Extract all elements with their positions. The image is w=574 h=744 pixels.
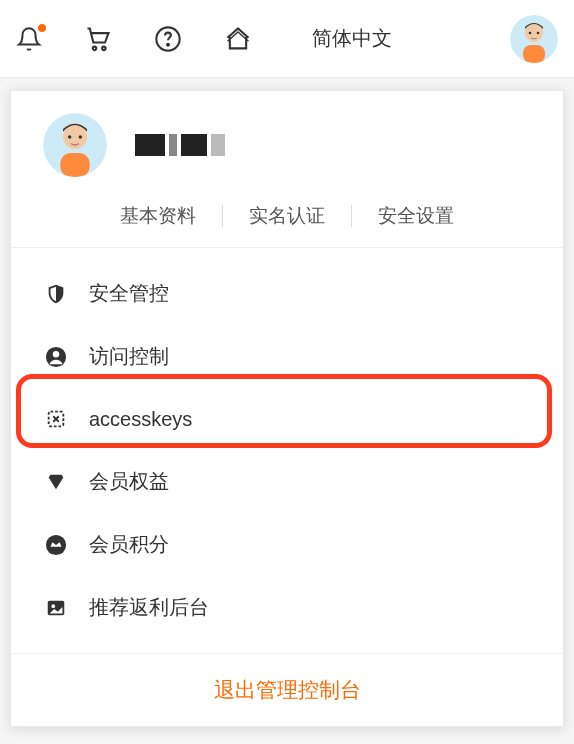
menu-item-member-benefits[interactable]: 会员权益 xyxy=(11,450,563,513)
user-avatar[interactable] xyxy=(510,15,558,63)
cart-icon[interactable] xyxy=(84,25,112,53)
svg-rect-6 xyxy=(523,45,545,63)
notification-bell-icon[interactable] xyxy=(16,26,42,52)
topbar: 简体中文 xyxy=(0,0,574,78)
menu-list: 安全管控 访问控制 accesskeys 会员权益 会员积分 xyxy=(11,247,563,653)
user-info-row xyxy=(43,113,531,177)
menu-label: 会员积分 xyxy=(89,531,169,558)
shield-icon xyxy=(43,281,69,307)
svg-point-19 xyxy=(51,604,55,608)
svg-point-13 xyxy=(79,135,82,138)
username-obscured xyxy=(135,134,225,156)
svg-point-12 xyxy=(68,135,71,138)
menu-item-access-control[interactable]: 访问控制 xyxy=(11,325,563,388)
svg-point-3 xyxy=(167,43,169,45)
menu-label: accesskeys xyxy=(89,408,192,431)
svg-point-8 xyxy=(537,31,540,34)
menu-item-member-points[interactable]: 会员积分 xyxy=(11,513,563,576)
menu-item-accesskeys[interactable]: accesskeys xyxy=(11,388,563,450)
notification-dot xyxy=(38,24,46,32)
user-dropdown-panel: 基本资料 实名认证 安全设置 安全管控 访问控制 accesskeys xyxy=(10,90,564,727)
svg-point-0 xyxy=(93,46,97,50)
diamond-icon xyxy=(43,469,69,495)
logout-button[interactable]: 退出管理控制台 xyxy=(11,653,563,726)
user-icon xyxy=(43,344,69,370)
home-icon[interactable] xyxy=(224,25,252,53)
svg-point-1 xyxy=(102,46,106,50)
menu-label: 安全管控 xyxy=(89,280,169,307)
tab-profile[interactable]: 基本资料 xyxy=(94,203,222,229)
dropdown-header: 基本资料 实名认证 安全设置 xyxy=(11,91,563,247)
svg-rect-11 xyxy=(60,153,89,177)
key-icon xyxy=(43,406,69,432)
profile-tabs: 基本资料 实名认证 安全设置 xyxy=(43,203,531,229)
menu-item-security-control[interactable]: 安全管控 xyxy=(11,262,563,325)
tab-verify[interactable]: 实名认证 xyxy=(223,203,351,229)
svg-point-15 xyxy=(53,351,59,357)
tab-security[interactable]: 安全设置 xyxy=(352,203,480,229)
user-avatar-large xyxy=(43,113,107,177)
svg-point-7 xyxy=(529,31,532,34)
menu-item-referral[interactable]: 推荐返利后台 xyxy=(11,576,563,639)
image-icon xyxy=(43,595,69,621)
crown-icon xyxy=(43,532,69,558)
menu-label: 会员权益 xyxy=(89,468,169,495)
language-selector[interactable]: 简体中文 xyxy=(312,25,392,52)
help-icon[interactable] xyxy=(154,25,182,53)
menu-label: 推荐返利后台 xyxy=(89,594,209,621)
menu-label: 访问控制 xyxy=(89,343,169,370)
